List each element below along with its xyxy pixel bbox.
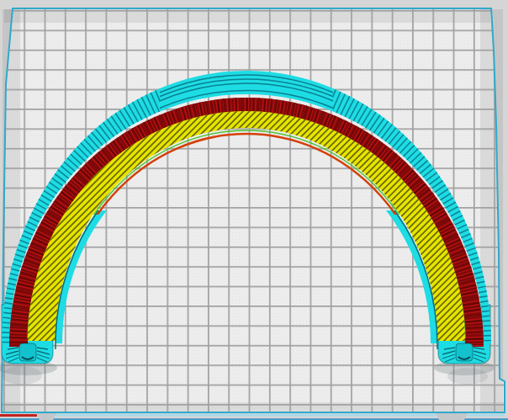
viewport-3d[interactable] — [0, 0, 508, 420]
x-axis-indicator — [0, 414, 37, 417]
model-shadow — [2, 366, 42, 385]
plate-clip-left — [36, 413, 56, 420]
recess — [19, 343, 36, 361]
plate-front-edge-line — [37, 414, 505, 417]
recess — [456, 343, 473, 361]
scene-svg — [0, 0, 508, 420]
plate-clip-right — [436, 413, 468, 420]
model-shadow — [447, 368, 488, 385]
